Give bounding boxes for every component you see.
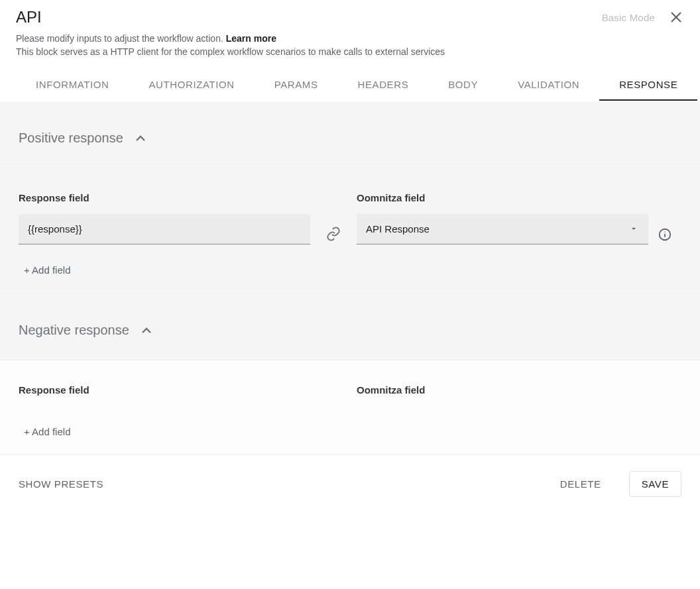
positive-section-header[interactable]: Positive response (0, 101, 700, 168)
show-presets-button[interactable]: SHOW PRESETS (19, 478, 103, 490)
chevron-up-icon[interactable] (139, 323, 154, 339)
spacer (648, 384, 681, 387)
learn-more-link[interactable]: Learn more (226, 33, 276, 44)
footer: SHOW PRESETS DELETE SAVE (0, 455, 700, 513)
header-right: Basic Mode (602, 9, 684, 25)
description-line-1: Please modify inputs to adjust the workf… (16, 32, 684, 45)
tab-headers[interactable]: HEADERS (338, 70, 429, 101)
tab-authorization[interactable]: AUTHORIZATION (129, 70, 254, 101)
oomnitza-field-value: API Response (366, 223, 430, 235)
positive-section-title: Positive response (19, 131, 123, 146)
negative-response-col: Response field (19, 384, 310, 406)
negative-field-row: Response field Oomnitza field (19, 384, 681, 406)
mode-link[interactable]: Basic Mode (602, 12, 655, 23)
positive-field-row: Response field Oomnitza field API Respon… (19, 192, 681, 244)
oomnitza-field-select[interactable]: API Response (357, 214, 648, 244)
save-button[interactable]: SAVE (629, 471, 681, 497)
response-field-input[interactable] (19, 214, 310, 244)
delete-button[interactable]: DELETE (548, 472, 613, 496)
tab-validation[interactable]: VALIDATION (498, 70, 599, 101)
close-icon[interactable] (668, 9, 684, 25)
tab-params[interactable]: PARAMS (255, 70, 338, 101)
oomnitza-field-label: Oomnitza field (357, 384, 648, 396)
info-icon[interactable] (658, 227, 672, 242)
tab-response[interactable]: RESPONSE (599, 70, 697, 101)
negative-oomnitza-col: Oomnitza field (357, 384, 648, 406)
header-row: API Basic Mode (0, 0, 700, 32)
footer-right: DELETE SAVE (548, 471, 681, 497)
description-line-2: This block serves as a HTTP client for t… (16, 45, 684, 58)
oomnitza-field-label: Oomnitza field (357, 192, 648, 203)
chevron-up-icon[interactable] (133, 131, 148, 146)
spacer (310, 384, 357, 387)
negative-section-header[interactable]: Negative response (0, 294, 700, 360)
link-icon (325, 226, 341, 242)
positive-oomnitza-col: Oomnitza field API Response (357, 192, 648, 244)
positive-add-field-button[interactable]: + Add field (19, 263, 681, 277)
description-block: Please modify inputs to adjust the workf… (0, 32, 700, 70)
negative-add-field-button[interactable]: + Add field (19, 425, 681, 439)
negative-section-title: Negative response (19, 323, 129, 338)
page-title: API (16, 8, 42, 27)
content-area: Positive response Response field Oomnitz… (0, 101, 700, 455)
description-prefix: Please modify inputs to adjust the workf… (16, 33, 226, 44)
svg-point-4 (664, 231, 665, 232)
response-field-label: Response field (19, 192, 310, 203)
tab-body[interactable]: BODY (428, 70, 498, 101)
tab-bar: INFORMATION AUTHORIZATION PARAMS HEADERS… (0, 70, 700, 101)
tab-information[interactable]: INFORMATION (16, 70, 129, 101)
chevron-down-icon (628, 223, 639, 234)
positive-section-body: Response field Oomnitza field API Respon… (0, 168, 700, 294)
positive-response-col: Response field (19, 192, 310, 244)
response-field-label: Response field (19, 384, 310, 396)
info-col (648, 227, 681, 244)
link-icon-col (310, 226, 357, 244)
negative-section-body: Response field Oomnitza field + Add fiel… (0, 360, 700, 455)
